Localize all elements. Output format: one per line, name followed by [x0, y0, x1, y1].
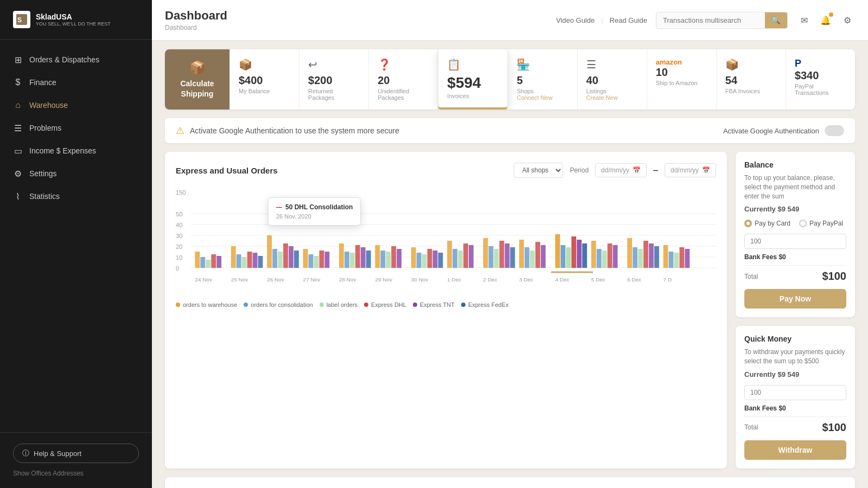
- sidebar-item-problems[interactable]: ☰ Problems: [0, 117, 152, 139]
- radio-card[interactable]: Pay by Card: [744, 220, 790, 227]
- svg-text:0: 0: [176, 266, 179, 272]
- svg-rect-58: [469, 245, 474, 268]
- shop-selector[interactable]: All shops: [514, 163, 563, 178]
- date-to-text: dd/mm/yy: [671, 166, 699, 174]
- svg-text:28 Nov: 28 Nov: [339, 277, 356, 282]
- alert-left: ⚠ Activate Google Authentication to use …: [176, 125, 399, 137]
- svg-text:10: 10: [176, 255, 182, 261]
- sidebar-bottom: ⓘ Help & Support Show Offices Addresses: [0, 432, 152, 488]
- shops-label: Shops: [516, 88, 568, 94]
- logo-name: SkladUSA: [36, 12, 111, 22]
- legend-tnt: Express TNT: [413, 301, 455, 308]
- date-from-input[interactable]: dd/mm/yy 📅: [595, 163, 647, 177]
- svg-text:30: 30: [176, 233, 182, 239]
- svg-rect-57: [463, 243, 468, 268]
- problems-icon: ☰: [13, 123, 23, 133]
- sidebar-item-income[interactable]: ▭ Income $ Expenses: [0, 139, 152, 162]
- sidebar-item-warehouse[interactable]: ⌂ Warehouse: [0, 94, 152, 117]
- svg-rect-91: [679, 247, 684, 268]
- search-button[interactable]: 🔍: [765, 12, 787, 28]
- legend-label-orders: label orders: [320, 301, 358, 308]
- svg-rect-64: [510, 247, 515, 268]
- svg-rect-16: [200, 257, 205, 268]
- calendar-to-icon: 📅: [702, 166, 710, 174]
- shops-value: 5: [516, 74, 568, 87]
- sidebar-item-orders[interactable]: ⊞ Orders & Dispatches: [0, 48, 152, 71]
- shops-link[interactable]: Connect New: [516, 94, 568, 101]
- quick-money-sum-input[interactable]: [744, 385, 846, 400]
- listings-link[interactable]: Create New: [586, 94, 638, 101]
- date-separator: –: [653, 165, 658, 175]
- svg-rect-55: [452, 249, 457, 268]
- svg-rect-56: [458, 251, 463, 268]
- pay-now-button[interactable]: Pay Now: [744, 289, 846, 309]
- svg-text:4 Dec: 4 Dec: [555, 277, 569, 282]
- legend-consolidation: orders for consolidation: [244, 301, 312, 308]
- svg-rect-71: [560, 245, 565, 268]
- chart-svg: 150 50 40 30 20 10 0: [176, 187, 716, 295]
- svg-text:5 Dec: 5 Dec: [591, 277, 605, 282]
- header-left: Dashboard Dashboard: [165, 9, 227, 31]
- search-input[interactable]: [656, 13, 765, 28]
- svg-text:29 Nov: 29 Nov: [375, 277, 392, 282]
- svg-rect-33: [309, 254, 314, 268]
- quick-money-panel: Quick Money To withdraw your payments qu…: [736, 326, 855, 468]
- help-support-button[interactable]: ⓘ Help & Support: [13, 444, 139, 463]
- svg-text:25 Nov: 25 Nov: [231, 277, 248, 282]
- svg-rect-24: [253, 253, 258, 268]
- svg-rect-47: [397, 249, 401, 268]
- main-content: Dashboard Dashboard Video Guide | Read G…: [152, 0, 868, 488]
- calculate-shipping-card[interactable]: 📦 Calculate Shipping: [165, 49, 230, 110]
- balance-total-value: $100: [822, 270, 847, 282]
- svg-rect-67: [530, 251, 535, 268]
- invoices-icon: 📋: [447, 58, 499, 71]
- svg-rect-51: [427, 249, 432, 268]
- svg-text:24 Nov: 24 Nov: [195, 277, 212, 282]
- svg-rect-48: [411, 247, 416, 268]
- svg-rect-23: [247, 252, 252, 268]
- radio-paypal[interactable]: Pay PayPal: [799, 220, 843, 227]
- svg-rect-45: [386, 252, 391, 268]
- sidebar-item-statistics-label: Statistics: [29, 192, 60, 201]
- alert-right: Activate Google Authentication: [723, 125, 844, 136]
- video-guide-link[interactable]: Video Guide: [556, 16, 595, 24]
- balance-bank-fees: Bank Fees $0: [744, 253, 846, 261]
- sidebar-item-finance[interactable]: $ Finance: [0, 71, 152, 94]
- balance-panel: Balance To top up your balance, please, …: [736, 152, 855, 317]
- header-right: Video Guide | Read Guide 🔍 ✉ 🔔: [556, 12, 855, 29]
- gear-icon-button[interactable]: ⚙: [840, 12, 855, 28]
- svg-text:6 Dec: 6 Dec: [627, 277, 641, 282]
- svg-rect-20: [231, 246, 236, 268]
- sidebar-item-settings-label: Settings: [29, 169, 57, 178]
- stat-cards-row: 📦 Calculate Shipping 📦 $400 My Balance ↩…: [165, 49, 855, 110]
- svg-rect-31: [294, 251, 299, 268]
- svg-text:7 D: 7 D: [663, 277, 672, 282]
- auth-toggle[interactable]: [825, 125, 844, 136]
- withdraw-button[interactable]: Withdraw: [744, 440, 846, 460]
- header: Dashboard Dashboard Video Guide | Read G…: [152, 0, 868, 41]
- sidebar-item-settings[interactable]: ⚙ Settings: [0, 162, 152, 185]
- listings-value: 40: [586, 74, 638, 87]
- svg-rect-62: [499, 241, 504, 268]
- sidebar: S SkladUSA YOU SELL, WE'LL DO THE REST ⊞…: [0, 0, 152, 488]
- show-offices-link[interactable]: Show Offices Addresses: [13, 470, 139, 477]
- bell-icon-button[interactable]: 🔔: [818, 12, 833, 28]
- payment-radio-group: Pay by Card Pay PayPal: [744, 220, 846, 227]
- alert-icon: ⚠: [176, 125, 184, 137]
- svg-rect-40: [355, 245, 360, 268]
- sidebar-item-statistics[interactable]: ⌇ Statistics: [0, 185, 152, 208]
- unidentified-icon: ❓: [378, 58, 429, 71]
- paypal-logo: P: [795, 58, 846, 69]
- search-bar: 🔍: [656, 12, 788, 29]
- balance-sum-input[interactable]: [744, 234, 846, 249]
- svg-text:S: S: [17, 16, 22, 24]
- mail-icon: ✉: [801, 15, 808, 25]
- radio-paypal-circle: [799, 220, 807, 227]
- chart-controls: All shops Period dd/mm/yy 📅 – dd/mm/yy 📅: [514, 163, 716, 178]
- legend-warehouse: orders to warehouse: [176, 301, 237, 308]
- read-guide-link[interactable]: Read Guide: [610, 16, 647, 24]
- svg-text:30 Nov: 30 Nov: [411, 277, 429, 282]
- date-to-input[interactable]: dd/mm/yy 📅: [665, 163, 716, 177]
- stat-card-ship-amazon: amazon 10 Ship to Amazon: [647, 49, 717, 110]
- mail-icon-button[interactable]: ✉: [796, 12, 812, 28]
